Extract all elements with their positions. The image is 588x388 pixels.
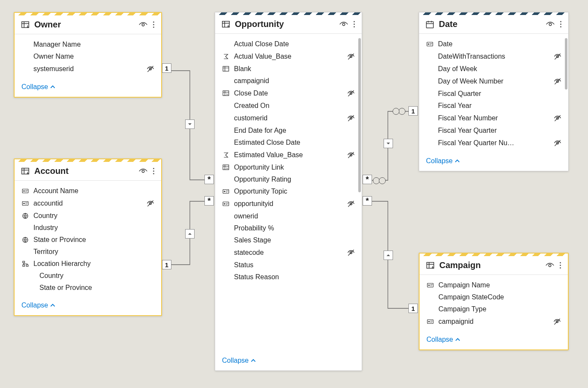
- sum-icon: [221, 53, 231, 60]
- field-row[interactable]: State or Province: [17, 282, 159, 294]
- more-options-icon[interactable]: [353, 20, 356, 28]
- table-icon: [221, 20, 231, 29]
- field-row[interactable]: Estimated Value_Base: [218, 149, 359, 161]
- field-row[interactable]: Sales Stage: [218, 234, 359, 246]
- field-row[interactable]: Opportunity Rating: [218, 173, 359, 185]
- field-row[interactable]: Territory: [17, 246, 159, 258]
- filter-direction-up-icon: [185, 229, 195, 239]
- field-row[interactable]: Country: [17, 210, 159, 222]
- table-card-owner[interactable]: Owner Manager NameOwner Namesystemuserid…: [14, 12, 162, 98]
- field-label: Campaign Name: [438, 281, 549, 289]
- field-label: Fiscal Year Number: [438, 114, 549, 122]
- field-row[interactable]: State or Province: [17, 234, 159, 246]
- table-card-opportunity[interactable]: Opportunity Actual Close DateActual Valu…: [215, 12, 362, 371]
- field-row[interactable]: Blank: [218, 63, 359, 75]
- calendar-icon: [425, 20, 435, 29]
- more-options-icon[interactable]: [152, 167, 155, 175]
- field-row[interactable]: Opportunity Topic: [218, 185, 359, 197]
- hidden-icon: [146, 65, 155, 73]
- field-row[interactable]: Fiscal Year Quarter Nu…: [422, 137, 566, 149]
- chevron-up-icon: [50, 84, 56, 90]
- more-options-icon[interactable]: [559, 20, 562, 28]
- visibility-icon[interactable]: [546, 20, 555, 29]
- relationship-join-icon: [393, 108, 399, 115]
- svg-point-6: [24, 191, 24, 191]
- field-label: Estimated Close Date: [234, 139, 343, 146]
- field-row[interactable]: Status Reason: [218, 271, 359, 283]
- more-options-icon[interactable]: [559, 261, 562, 269]
- svg-rect-18: [223, 66, 229, 71]
- field-label: Manager Name: [33, 41, 142, 48]
- field-label: statecode: [234, 249, 343, 257]
- table-card-account[interactable]: Account Account NameaccountidCountryIndu…: [14, 158, 162, 316]
- field-row[interactable]: Day of Week: [422, 63, 566, 75]
- filter-direction-down-icon: [185, 119, 195, 129]
- field-row[interactable]: Estimated Close Date: [218, 137, 359, 149]
- table-title: Date: [439, 19, 541, 29]
- cardinality-opportunity-star: *: [204, 196, 214, 206]
- collapse-button[interactable]: Collapse: [215, 352, 362, 370]
- svg-point-1: [142, 24, 144, 26]
- table-card-date[interactable]: Date DateDateWithTransactionsDay of Week…: [419, 12, 569, 171]
- visibility-icon[interactable]: [339, 20, 348, 29]
- hidden-icon: [146, 199, 155, 208]
- field-row[interactable]: Fiscal Year: [422, 100, 566, 112]
- collapse-button[interactable]: Collapse: [420, 331, 568, 349]
- field-row[interactable]: Location Hierarchy: [17, 258, 159, 270]
- field-row[interactable]: Fiscal Quarter: [422, 88, 566, 100]
- field-row[interactable]: ownerid: [218, 210, 359, 222]
- field-row[interactable]: Campaign StateCode: [422, 291, 565, 303]
- table-card-campaign[interactable]: Campaign Campaign NameCampaign StateCode…: [419, 253, 569, 350]
- field-row[interactable]: Created On: [218, 100, 359, 112]
- field-row[interactable]: Owner Name: [17, 51, 159, 63]
- hidden-icon: [346, 114, 356, 122]
- field-label: Created On: [234, 102, 343, 110]
- field-label: customerid: [234, 114, 343, 122]
- field-row[interactable]: campaignid: [218, 75, 359, 87]
- field-row[interactable]: systemuserid: [17, 63, 159, 75]
- field-label: Fiscal Year: [438, 102, 549, 110]
- svg-rect-32: [426, 21, 434, 28]
- field-row[interactable]: Date: [422, 38, 566, 50]
- field-label: Territory: [33, 248, 142, 256]
- visibility-icon[interactable]: [545, 261, 555, 270]
- field-row[interactable]: Campaign Type: [422, 303, 565, 315]
- field-row[interactable]: Day of Week Number: [422, 75, 566, 88]
- scrollbar[interactable]: [358, 38, 361, 192]
- field-row[interactable]: statecode: [218, 246, 359, 259]
- field-row[interactable]: Campaign Name: [422, 279, 565, 291]
- field-row[interactable]: End Date for Age: [218, 125, 359, 137]
- collapse-button[interactable]: Collapse: [15, 296, 161, 315]
- collapse-button[interactable]: Collapse: [419, 152, 568, 171]
- field-row[interactable]: Actual Close Date: [218, 38, 359, 50]
- field-row[interactable]: Country: [17, 270, 159, 282]
- field-row[interactable]: Status: [218, 259, 359, 271]
- field-row[interactable]: opportunityid: [218, 197, 359, 210]
- svg-point-8: [24, 203, 24, 204]
- field-row[interactable]: Industry: [17, 222, 159, 234]
- field-row[interactable]: Actual Value_Base: [218, 50, 359, 63]
- more-options-icon[interactable]: [152, 21, 155, 29]
- svg-point-27: [224, 191, 225, 192]
- key-icon: [21, 200, 30, 207]
- field-row[interactable]: accountid: [17, 197, 159, 210]
- field-row[interactable]: campaignid: [422, 315, 565, 328]
- scrollbar[interactable]: [565, 38, 567, 90]
- field-label: Day of Week Number: [438, 78, 549, 85]
- field-label: Country: [39, 272, 142, 280]
- field-row[interactable]: Probability %: [218, 222, 359, 234]
- visibility-icon[interactable]: [138, 20, 148, 30]
- field-row[interactable]: fxClose Date: [218, 87, 359, 100]
- field-row[interactable]: customerid: [218, 112, 359, 125]
- visibility-icon[interactable]: [138, 167, 148, 176]
- field-row[interactable]: Fiscal Year Number: [422, 112, 566, 125]
- field-row[interactable]: fxOpportunity Link: [218, 161, 359, 173]
- field-row[interactable]: Fiscal Year Quarter: [422, 125, 566, 137]
- collapse-button[interactable]: Collapse: [15, 78, 161, 97]
- field-label: Industry: [33, 224, 142, 232]
- field-label: Probability %: [234, 224, 343, 232]
- field-row[interactable]: Manager Name: [17, 39, 159, 51]
- field-row[interactable]: DateWithTransactions: [422, 50, 566, 63]
- field-row[interactable]: Account Name: [17, 185, 159, 197]
- svg-point-29: [224, 203, 225, 204]
